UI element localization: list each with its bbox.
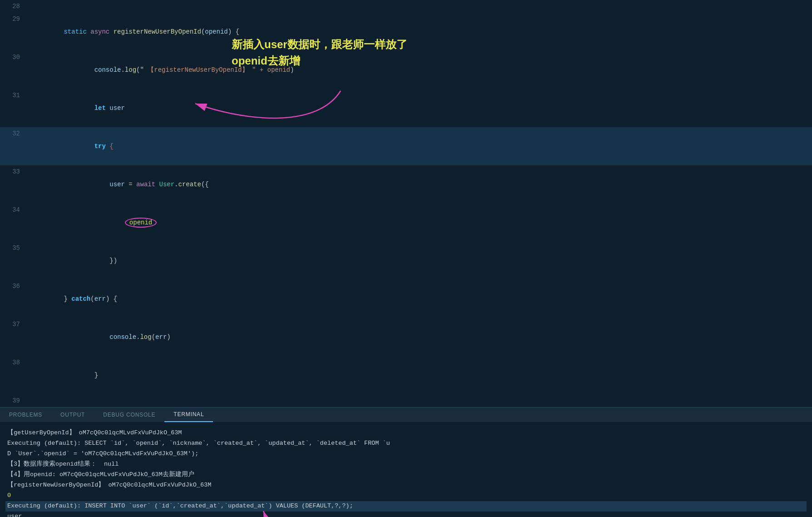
code-line-39: 39 — [0, 394, 812, 407]
code-line-29: 29 static async registerNewUserByOpenId(… — [0, 13, 812, 51]
code-line-30: 30 console.log(" 【registerNewUserByOpenI… — [0, 51, 812, 89]
code-line-35: 35 }) — [0, 242, 812, 280]
panel-tabs: PROBLEMS OUTPUT DEBUG CONSOLE TERMINAL — [0, 407, 812, 423]
terminal: 【getUserByOpenId】 oM7cQ0c0lqcMLvdFxVuPdJ… — [0, 423, 812, 517]
code-editor: 28 29 static async registerNewUserByOpen… — [0, 0, 812, 407]
terminal-line-1: 【getUserByOpenId】 oM7cQ0c0lqcMLvdFxVuPdJ… — [7, 428, 805, 438]
tab-problems[interactable]: PROBLEMS — [0, 408, 51, 422]
code-line-33: 33 user = await User.create({ — [0, 165, 812, 204]
terminal-line-user: user — [7, 512, 805, 517]
terminal-line-3: D `User`.`openid` = 'oM7cQ0c0lqcMLvdFxVu… — [7, 449, 805, 459]
terminal-insert-line: Executing (default): INSERT INTO `user` … — [5, 501, 807, 512]
code-line-37: 37 console.log(err) — [0, 318, 812, 356]
tab-debug-console[interactable]: DEBUG CONSOLE — [94, 408, 164, 422]
code-line-38: 38 } — [0, 356, 812, 394]
tab-terminal[interactable]: TERMINAL — [164, 408, 213, 422]
terminal-line-2: Executing (default): SELECT `id`, `openi… — [7, 438, 805, 449]
terminal-line-zero: 0 — [7, 491, 805, 501]
tab-output[interactable]: OUTPUT — [51, 408, 94, 422]
code-line-31: 31 let user — [0, 89, 812, 127]
code-line-28: 28 — [0, 0, 812, 13]
code-line-32: 32 try { — [0, 127, 812, 165]
code-line-36: 36 } catch(err) { — [0, 280, 812, 318]
terminal-line-5: 【4】用openid: oM7cQ0c0lqcMLvdFxVuPdJkO_63M… — [7, 470, 805, 480]
code-line-34: 34 openid — [0, 204, 812, 242]
terminal-line-4: 【3】数据库搜索openid结果： null — [7, 459, 805, 470]
openid-circled: openid — [125, 218, 157, 228]
terminal-line-6: 【registerNewUserByOpenId】 oM7cQ0c0lqcMLv… — [7, 480, 805, 491]
